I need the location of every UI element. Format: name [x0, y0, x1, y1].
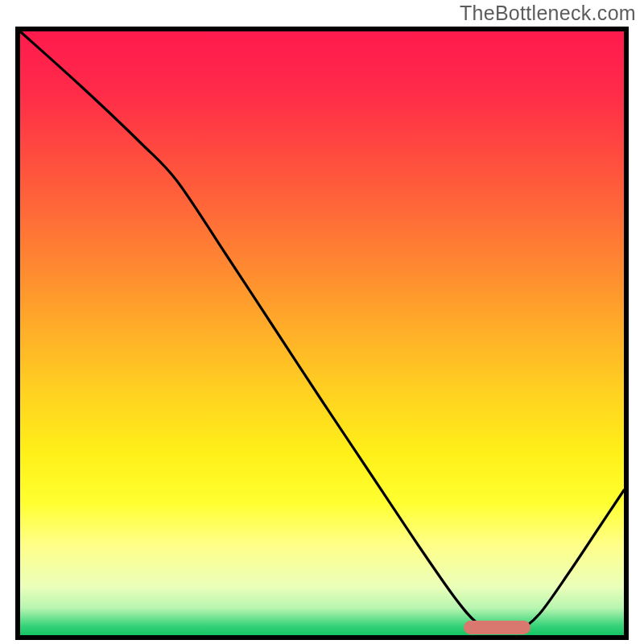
optimum-marker: [464, 621, 530, 634]
bottleneck-curve: [20, 31, 624, 635]
plot-frame: [15, 27, 629, 640]
chart-stage: TheBottleneck.com: [0, 0, 644, 644]
watermark-text: TheBottleneck.com: [460, 2, 636, 25]
